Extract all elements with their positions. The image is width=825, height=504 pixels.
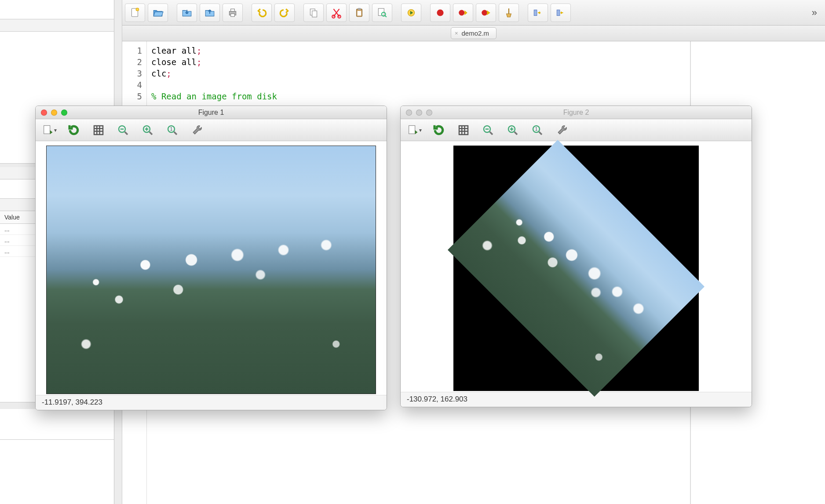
svg-point-15 — [437, 9, 443, 16]
svg-rect-19 — [534, 10, 537, 15]
zoom-in-icon[interactable] — [505, 123, 520, 138]
save-as-icon[interactable] — [200, 4, 220, 22]
cut-icon[interactable] — [326, 4, 347, 22]
wrench-icon[interactable] — [190, 123, 204, 138]
clean-icon[interactable] — [499, 4, 519, 22]
figure-window-2[interactable]: Figure 2 ▾ 1 -130.972, 162.903 — [400, 106, 752, 407]
zoom-one-icon[interactable]: 1 — [165, 123, 180, 138]
zoom-one-icon[interactable]: 1 — [530, 123, 545, 138]
svg-rect-3 — [231, 9, 235, 11]
svg-point-16 — [459, 10, 464, 15]
figure1-toolbar: ▾ 1 — [36, 119, 387, 141]
svg-point-1 — [136, 8, 139, 11]
save-icon[interactable] — [177, 4, 197, 22]
breakpoint-next-icon[interactable] — [476, 4, 496, 22]
figure-window-1[interactable]: Figure 1 ▾ 1 -11.9197, 394.223 — [35, 106, 387, 410]
record-icon[interactable] — [430, 4, 450, 22]
paste-icon[interactable] — [349, 4, 369, 22]
svg-text:1: 1 — [535, 127, 538, 131]
file-arrow-icon[interactable]: ▾ — [407, 123, 422, 138]
svg-rect-10 — [358, 8, 361, 10]
figure2-toolbar: ▾ 1 — [401, 119, 752, 141]
tab-close-icon[interactable]: × — [455, 30, 458, 37]
step-in-icon[interactable] — [528, 4, 548, 22]
svg-rect-20 — [557, 10, 560, 15]
file-arrow-icon[interactable]: ▾ — [42, 123, 57, 138]
zoom-in-icon[interactable] — [140, 123, 155, 138]
print-icon[interactable] — [223, 4, 243, 22]
file-tab[interactable]: × demo2.m — [451, 27, 496, 39]
figure2-status: -130.972, 162.903 — [401, 392, 752, 407]
svg-point-17 — [482, 10, 487, 15]
svg-rect-21 — [44, 125, 50, 134]
figure2-canvas[interactable] — [401, 141, 752, 392]
zoom-out-icon[interactable] — [481, 123, 496, 138]
tab-bar: × demo2.m — [122, 26, 825, 41]
breakpoint-step-icon[interactable] — [453, 4, 473, 22]
aerial-image-rotated — [448, 140, 705, 397]
rotate-icon[interactable] — [66, 123, 81, 138]
figure1-titlebar[interactable]: Figure 1 — [36, 106, 387, 119]
svg-text:1: 1 — [170, 127, 173, 131]
figure1-status: -11.9197, 394.223 — [36, 395, 387, 410]
toolbar-overflow-icon[interactable]: » — [812, 7, 822, 18]
svg-rect-18 — [508, 8, 509, 14]
step-out-icon[interactable] — [551, 4, 571, 22]
rotate-icon[interactable] — [431, 123, 446, 138]
wrench-icon[interactable] — [555, 123, 569, 138]
figure2-titlebar[interactable]: Figure 2 — [401, 106, 752, 119]
redo-icon[interactable] — [274, 4, 295, 22]
svg-rect-11 — [358, 11, 361, 15]
run-gear-icon[interactable] — [401, 4, 421, 22]
figure1-canvas[interactable] — [36, 141, 387, 395]
grid-icon[interactable] — [91, 123, 106, 138]
svg-rect-26 — [409, 125, 415, 134]
undo-icon[interactable] — [252, 4, 272, 22]
aerial-image — [46, 146, 376, 394]
zoom-out-icon[interactable] — [116, 123, 131, 138]
grid-icon[interactable] — [456, 123, 471, 138]
open-file-icon[interactable] — [148, 4, 168, 22]
svg-rect-6 — [312, 11, 317, 17]
figure2-title: Figure 2 — [401, 109, 752, 117]
figure1-title: Figure 1 — [36, 109, 387, 117]
find-icon[interactable] — [372, 4, 392, 22]
copy-icon[interactable] — [303, 4, 324, 22]
tab-filename: demo2.m — [462, 29, 489, 37]
new-file-icon[interactable] — [125, 4, 145, 22]
svg-rect-4 — [231, 14, 235, 16]
main-toolbar: » — [122, 0, 825, 26]
